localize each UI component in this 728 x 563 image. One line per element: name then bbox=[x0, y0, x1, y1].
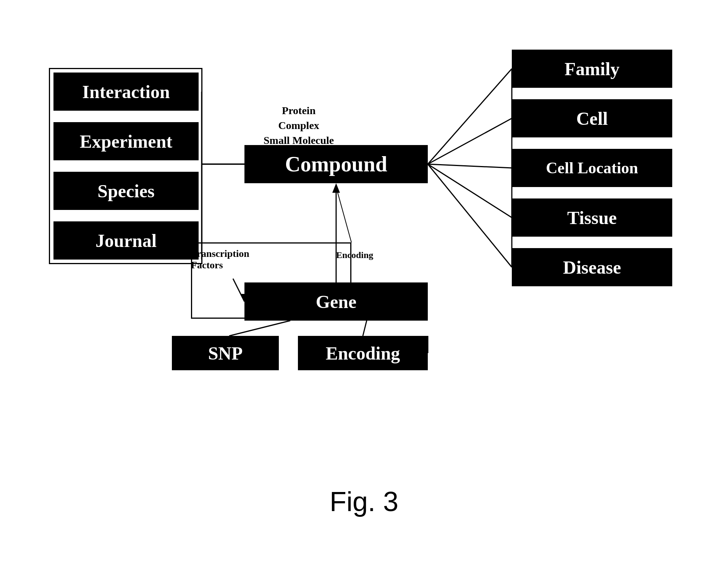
gene-label: Gene bbox=[316, 291, 357, 312]
family-box: Family bbox=[512, 50, 672, 88]
disease-label: Disease bbox=[563, 257, 621, 278]
svg-marker-8 bbox=[332, 183, 340, 193]
compound-label: Compound bbox=[285, 152, 387, 176]
protein-complex-label: ProteinComplexSmall Molecule bbox=[264, 103, 334, 148]
gene-box: Gene bbox=[244, 282, 428, 321]
tissue-label: Tissue bbox=[567, 207, 617, 228]
transcription-factors-label: TranscriptionFactors bbox=[191, 248, 249, 271]
svg-line-5 bbox=[428, 164, 512, 267]
experiment-box: Experiment bbox=[53, 122, 199, 160]
svg-line-1 bbox=[428, 69, 512, 164]
svg-line-11 bbox=[229, 321, 290, 336]
tissue-box: Tissue bbox=[512, 198, 672, 237]
interaction-box: Interaction bbox=[53, 73, 199, 111]
encoding-mid-label: Encoding bbox=[336, 250, 373, 260]
journal-label: Journal bbox=[95, 230, 157, 251]
snp-box: SNP bbox=[172, 336, 279, 370]
family-label: Family bbox=[565, 58, 620, 79]
interaction-label: Interaction bbox=[82, 81, 170, 102]
diagram: Interaction Experiment Species Journal P… bbox=[23, 23, 703, 397]
svg-line-2 bbox=[428, 118, 512, 164]
cell-box: Cell bbox=[512, 99, 672, 137]
svg-line-3 bbox=[428, 164, 512, 168]
encoding-bottom-label: Encoding bbox=[326, 343, 400, 364]
cell-label: Cell bbox=[576, 108, 608, 129]
disease-box: Disease bbox=[512, 248, 672, 286]
svg-line-12 bbox=[363, 321, 367, 336]
compound-box: Compound bbox=[244, 145, 428, 183]
cell-location-box: Cell Location bbox=[512, 149, 672, 187]
figure-caption: Fig. 3 bbox=[330, 486, 398, 517]
encoding-bottom-box: Encoding bbox=[298, 336, 428, 370]
cell-location-label: Cell Location bbox=[546, 159, 638, 177]
svg-line-15 bbox=[336, 187, 351, 242]
species-label: Species bbox=[97, 181, 154, 202]
journal-box: Journal bbox=[53, 221, 199, 260]
species-box: Species bbox=[53, 172, 199, 210]
experiment-label: Experiment bbox=[80, 131, 173, 152]
svg-line-4 bbox=[428, 164, 512, 218]
snp-label: SNP bbox=[208, 343, 243, 364]
